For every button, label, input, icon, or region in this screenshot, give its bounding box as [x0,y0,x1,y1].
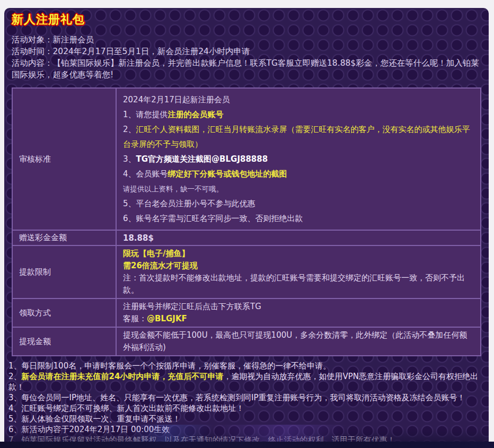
table-row-bonus: 赠送彩金金额 18.88$ [12,230,481,245]
table-row-withdraw-limit: 提款限制 限玩【电子/捕鱼】 需26倍流水才可提现 注：首次提款时不能修改出款地… [12,245,481,298]
row-label-audit: 审核标准 [12,88,116,230]
amount-text: 提现金额不能低于100U，最高也只可提现100U，多余分数清零，此外绑定（此活动… [123,329,474,354]
row-label-bonus: 赠送彩金金额 [12,230,116,245]
withdraw-limit-line-1: 限玩【电子/捕鱼】 [123,248,474,260]
audit-item-1-highlight: 注册的会员账号 [168,110,224,119]
audit-item-2: 2、汇旺个人资料截图，汇旺当月转账流水录屏（需要汇旺有实名的客户，没有实名的或其… [123,122,474,152]
bonus-value: 18.88$ [116,230,481,245]
activity-content-line: 活动内容：【铂莱国际娱乐】新注册会员，并完善出款账户信息！联系TG客服立即赠送1… [12,57,481,81]
audit-item-4-prefix: 4、会员账号 [123,169,168,179]
withdraw-limit-cell: 限玩【电子/捕鱼】 需26倍流水才可提现 注：首次提款时不能修改出款地址，提款的… [116,245,481,298]
table-row-amount: 提现金额 提现金额不能低于100U，最高也只可提现100U，多余分数清零，此外绑… [12,327,481,356]
audit-note: 请提供以上资料，缺一不可哦。 [123,181,474,196]
audit-item-5: 5、平台老会员注册小号不参与此优惠 [123,196,474,211]
notes-list: 1、每日限制100名，申请时客服会一个个按循序申请，别催客服，催得急的一律不给申… [8,361,484,442]
claim-service-line: 客服：@BLGJKF [123,313,474,325]
row-label-amount: 提现金额 [12,327,116,356]
audit-item-4: 4、会员账号绑定好下分账号或钱包地址的截图 [123,166,474,181]
audit-item-2-prefix: 2、 [123,125,136,134]
note-item-1: 1、每日限制100名，申请时客服会一个个按循序申请，别催客服，催得急的一律不给申… [8,361,484,371]
withdraw-limit-line-2: 需26倍流水才可提现 [123,260,474,272]
audit-item-4-highlight: 绑定好下分账号或钱包地址的截图 [168,169,287,179]
withdraw-limit-note: 注：首次提款时不能修改出款地址，提款的汇旺账号需要和提交绑定的汇旺账号一致，否则… [123,272,474,296]
audit-content-cell: 2024年2月17日起新注册会员 1、请您提供注册的会员账号 2、汇旺个人资料截… [116,88,481,230]
activity-intro: 活动对象：新注册会员 活动时间：2024年2月17日至5月1日，新会员注册24小… [12,34,481,81]
audit-item-2-highlight: 汇旺个人资料截图，汇旺当月转账流水录屏（需要汇旺有实名的客户，没有实名的或其他娱… [123,125,470,149]
claim-cell: 注册账号并绑定汇旺后点击下方联系TG 客服：@BLGJKF [116,298,481,327]
note-item-7: 7、铂莱国际娱乐保留对活动的最终解释权，以及在无通知的情况下修改、终止活动的权利… [8,435,484,442]
note-2-highlight: 新会员请在注册未充值前24小时内申请，充值后不可申请 [22,372,224,381]
tg-support-handle: @BLGJKF [147,314,187,323]
promo-panel: 新人注册礼包 活动对象：新注册会员 活动时间：2024年2月17日至5月1日，新… [4,8,489,442]
audit-item-1: 1、请您提供注册的会员账号 [123,107,474,122]
note-item-4: 4、汇旺账号绑定后不可换绑、新人首次出款前不能修改出款地址！ [8,403,484,414]
note-item-2: 2、新会员请在注册未充值前24小时内申请，充值后不可申请，逾期视为自动放弃优惠，… [8,371,484,392]
note-item-5: 5、新人体验金仅限领取一次、重复申请不派送！ [8,414,484,424]
promo-table: 审核标准 2024年2月17日起新注册会员 1、请您提供注册的会员账号 2、汇旺… [12,87,481,356]
note-2-prefix: 2、 [8,372,22,381]
page-title: 新人注册礼包 [12,13,484,27]
footer-strip [0,442,494,448]
audit-item-3: 3、TG官方频道关注截图@BLGJ88888 [123,152,474,166]
audit-item-1-prefix: 1、请您提供 [123,110,168,119]
row-label-withdraw-limit: 提款限制 [12,245,116,298]
claim-service-label: 客服： [123,314,147,323]
audit-item-6: 6、账号名字需与汇旺名字同步一致、否则拒绝出款 [123,211,474,226]
table-row-claim: 领取方式 注册账号并绑定汇旺后点击下方联系TG 客服：@BLGJKF [12,298,481,327]
note-item-6: 6、新活动内容于2024年2月17日 00:00生效 [8,424,484,435]
claim-line-1: 注册账号并绑定汇旺后点击下方联系TG [123,301,474,313]
activity-target-line: 活动对象：新注册会员 [12,34,481,46]
amount-cell: 提现金额不能低于100U，最高也只可提现100U，多余分数清零，此外绑定（此活动… [116,327,481,356]
activity-time-line: 活动时间：2024年2月17日至5月1日，新会员注册24小时内申请 [12,46,481,57]
row-label-claim: 领取方式 [12,298,116,327]
note-item-3: 3、每位会员同一IP地址、姓名、只能享有一次优惠，若系统检测到同IP重复注册账号… [8,392,484,403]
audit-intro: 2024年2月17日起新注册会员 [123,92,474,107]
table-row-audit: 审核标准 2024年2月17日起新注册会员 1、请您提供注册的会员账号 2、汇旺… [12,88,481,230]
audit-item-3-prefix: 3、 [123,154,136,164]
tg-channel-handle: TG官方频道关注截图@BLGJ88888 [136,154,268,164]
